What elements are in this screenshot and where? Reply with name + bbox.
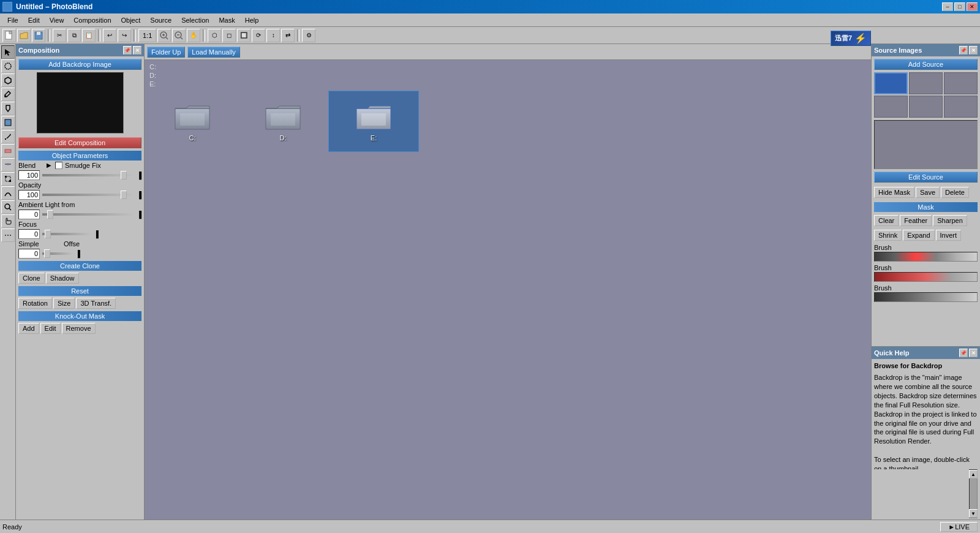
3d-transform-button[interactable]: 3D Transf. [76,298,116,309]
tool4-button[interactable]: ⟳ [252,29,265,42]
hand-tool[interactable] [1,214,15,228]
shrink-button[interactable]: Shrink [874,230,902,241]
add-source-button[interactable]: Add Source [874,59,978,70]
smudge-fix-checkbox[interactable] [55,162,62,169]
load-manually-button[interactable]: Load Manually [187,47,240,58]
settings-button[interactable]: ⚙ [302,29,315,42]
feather-button[interactable]: Feather [900,215,932,226]
scroll-track[interactable] [970,478,977,509]
menu-composition[interactable]: Composition [69,15,116,25]
menu-source[interactable]: Source [145,15,176,25]
paste-button[interactable]: 📋 [82,29,96,42]
clear-button[interactable]: Clear [874,215,899,226]
zoom-canvas-tool[interactable] [1,200,15,214]
source-header-controls[interactable]: 📌 ✕ [959,46,978,55]
path-tool[interactable] [1,186,15,200]
menu-edit[interactable]: Edit [23,15,45,25]
xunlei-area[interactable]: 迅雷7 ⚡ [831,31,871,46]
zoom-in-button[interactable] [157,29,171,42]
folder-slot-6[interactable] [600,91,691,152]
open-button[interactable] [17,29,31,42]
hide-mask-button[interactable]: Hide Mask [874,187,914,198]
size-button[interactable]: Size [53,298,75,309]
maximize-button[interactable]: □ [954,2,965,11]
polygon-tool[interactable] [1,74,15,87]
simple-input[interactable]: 0 [18,249,40,259]
menu-file[interactable]: File [2,15,23,25]
invert-button[interactable]: Invert [936,230,962,241]
eraser-tool[interactable] [1,144,15,157]
menu-object[interactable]: Object [116,15,146,25]
paint-tool[interactable] [1,102,15,115]
source-thumb-4[interactable] [874,96,908,118]
focus-input[interactable]: 0 [18,229,40,239]
sharpen-button[interactable]: Sharpen [933,215,967,226]
menu-mask[interactable]: Mask [214,15,239,25]
quick-help-close-button[interactable]: ✕ [969,349,978,357]
shadow-button[interactable]: Shadow [46,273,79,284]
source-close-button[interactable]: ✕ [969,46,978,55]
scroll-up-arrow[interactable]: ▲ [969,470,978,478]
source-thumb-5[interactable] [909,96,943,118]
add-mask-button[interactable]: Add [18,323,39,334]
brush-2-slider[interactable] [874,272,978,282]
minimize-button[interactable]: – [942,2,953,11]
fill-tool[interactable] [1,116,15,129]
folder-slot-7[interactable] [691,91,782,152]
ambient-slider[interactable] [42,213,134,216]
focus-slider[interactable] [42,233,91,235]
smear-tool[interactable] [1,158,15,172]
rotation-button[interactable]: Rotation [18,298,52,309]
lasso-tool[interactable] [1,59,15,73]
quick-help-scroll[interactable]: ▲ ▼ [969,469,978,518]
folder-up-button[interactable]: Folder Up [147,47,185,58]
clone-button[interactable]: Clone [18,273,45,284]
source-pin-button[interactable]: 📌 [959,46,968,55]
menu-selection[interactable]: Selection [176,15,214,25]
close-button[interactable]: ✕ [967,2,978,11]
transform-tool[interactable] [1,172,15,186]
folder-d[interactable]: D: [238,91,328,152]
eyedropper-tool[interactable] [1,130,15,143]
redo-button[interactable]: ↪ [118,29,131,42]
blend-arrow-icon[interactable]: ▶ [45,162,53,169]
source-thumb-3[interactable] [944,72,978,94]
add-backdrop-button[interactable]: Add Backdrop Image [18,59,141,70]
zoom-label[interactable]: 1:1 [138,29,156,42]
blend-input[interactable]: 100 [18,170,40,180]
folder-e[interactable]: E: [328,91,419,152]
live-render-button[interactable]: ►LIVE [940,522,978,532]
remove-mask-button[interactable]: Remove [62,323,96,334]
source-thumb-2[interactable] [909,72,943,94]
quick-help-controls[interactable]: 📌 ✕ [959,349,978,357]
composition-header-controls[interactable]: 📌 ✕ [123,46,141,55]
opacity-slider[interactable] [42,194,134,196]
composition-pin-button[interactable]: 📌 [123,46,132,55]
tool1-button[interactable]: ⬡ [208,29,221,42]
quick-help-pin-button[interactable]: 📌 [959,349,968,357]
save-button[interactable] [32,29,45,42]
source-thumb-1[interactable] [874,72,908,94]
edit-source-button[interactable]: Edit Source [874,172,978,183]
brush-1-slider[interactable] [874,252,978,262]
edit-mask-button[interactable]: Edit [40,323,61,334]
folder-slot-5[interactable] [510,91,600,152]
tool6-button[interactable]: ⇄ [281,29,295,42]
brush-tool[interactable] [1,88,15,101]
folder-slot-8[interactable] [147,152,238,213]
tool3-button[interactable]: 🔲 [237,29,251,42]
undo-button[interactable]: ↩ [103,29,116,42]
composition-close-button[interactable]: ✕ [133,46,141,55]
source-thumb-6[interactable] [944,96,978,118]
folder-slot-4[interactable] [419,91,510,152]
zoom-out-button[interactable] [172,29,186,42]
brush-3-slider[interactable] [874,292,978,302]
menu-view[interactable]: View [45,15,69,25]
copy-button[interactable]: ⧉ [67,29,81,42]
cut-button[interactable]: ✂ [53,29,66,42]
menu-help[interactable]: Help [240,15,264,25]
simple-slider[interactable] [42,252,73,255]
pan-button[interactable]: ✋ [187,29,200,42]
tool2-button[interactable]: ◻ [222,29,236,42]
expand-button[interactable]: Expand [903,230,934,241]
